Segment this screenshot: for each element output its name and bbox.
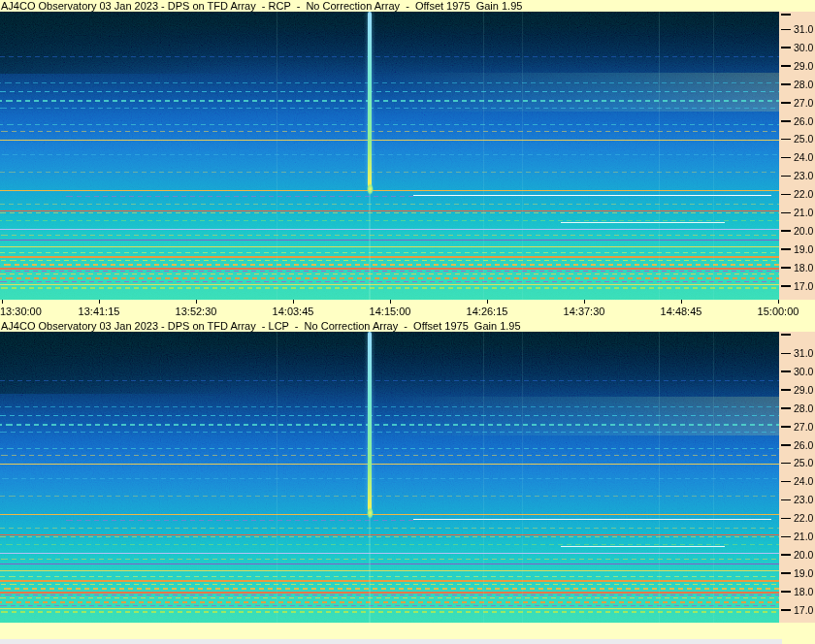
freq-tick-label: 26.0 — [794, 115, 813, 126]
vertical-artifact-line — [522, 12, 523, 300]
freq-tick-label: 30.0 — [794, 366, 813, 376]
rfi-line — [0, 424, 779, 426]
rfi-line — [0, 210, 779, 211]
vertical-artifact-line — [277, 12, 277, 300]
freq-tick-label: 27.0 — [794, 97, 813, 108]
window-edge-strip — [0, 639, 782, 644]
freq-tick-label: 24.0 — [794, 152, 813, 163]
freq-tick-label: 22.0 — [794, 189, 813, 200]
time-tick-label: 14:37:30 — [564, 306, 605, 317]
freq-tick-label: 24.0 — [794, 476, 813, 487]
rfi-line — [0, 448, 779, 449]
rfi-line — [0, 553, 779, 554]
freq-tick — [781, 139, 791, 141]
rcp-plot-row: 31.030.029.028.027.026.025.024.023.022.0… — [0, 12, 815, 300]
freq-tick-label: 29.0 — [794, 384, 813, 395]
time-tick — [2, 300, 3, 304]
rfi-line — [0, 264, 779, 266]
freq-tick — [781, 65, 791, 67]
vertical-artifact-line — [659, 332, 660, 623]
time-tick — [681, 300, 682, 304]
rfi-line — [0, 204, 779, 205]
freq-tick-label: 27.0 — [794, 421, 813, 432]
lcp-panel-title: AJ4CO Observatory 03 Jan 2023 - DPS on T… — [0, 320, 815, 332]
freq-tick — [781, 499, 791, 501]
rfi-line — [62, 520, 412, 521]
rfi-line — [0, 380, 779, 381]
time-tick — [778, 300, 779, 304]
rfi-line — [0, 260, 779, 261]
rfi-line — [0, 570, 779, 571]
rfi-line — [0, 464, 779, 465]
freq-tick-label: 21.0 — [794, 208, 813, 218]
time-tick-label: 13:30:00 — [0, 306, 42, 317]
freq-tick-label: 18.0 — [794, 586, 813, 596]
rfi-line — [0, 580, 779, 582]
rfi-line — [0, 108, 779, 109]
time-tick-label: 14:26:15 — [467, 306, 508, 317]
time-tick-label: 14:48:45 — [661, 306, 702, 317]
time-tick — [293, 300, 294, 304]
lcp-time-bar — [0, 623, 815, 644]
freq-tick-label: 31.0 — [794, 24, 813, 35]
rfi-line — [0, 220, 779, 221]
freq-tick — [781, 518, 791, 520]
rfi-line — [0, 281, 779, 282]
rfi-line — [0, 534, 779, 535]
time-tick-label: 15:00:00 — [758, 306, 799, 317]
rfi-line — [0, 564, 779, 564]
freq-tick — [781, 29, 791, 31]
freq-tick-label: 25.0 — [794, 134, 813, 145]
vertical-artifact-line — [522, 332, 523, 623]
rfi-line — [0, 514, 779, 515]
rfi-line — [0, 274, 779, 274]
freq-tick — [781, 444, 791, 446]
freq-tick — [781, 230, 791, 232]
freq-tick-label: 17.0 — [794, 604, 813, 615]
freq-tick-label: 28.0 — [794, 402, 813, 413]
freq-tick — [781, 102, 791, 104]
rfi-line — [0, 268, 779, 270]
freq-tick-label: 25.0 — [794, 458, 813, 468]
freq-tick — [781, 370, 791, 372]
time-tick-label: 14:03:45 — [273, 306, 314, 317]
rcp-panel-title: AJ4CO Observatory 03 Jan 2023 - DPS on T… — [0, 0, 815, 12]
rfi-line — [0, 592, 779, 594]
freq-tick — [781, 267, 791, 269]
freq-tick — [781, 120, 791, 122]
rfi-line — [0, 595, 779, 596]
rfi-line — [0, 100, 779, 102]
rfi-line — [0, 605, 779, 606]
time-tick-label: 14:15:00 — [370, 306, 411, 317]
rfi-line — [0, 432, 779, 433]
rfi-line — [0, 252, 779, 253]
time-tick — [99, 300, 100, 304]
rfi-line — [0, 536, 779, 537]
freq-tick-label: 23.0 — [794, 171, 813, 181]
freq-tick — [781, 47, 791, 48]
rfi-line — [0, 271, 779, 272]
rfi-line — [0, 124, 779, 125]
vertical-artifact-line — [483, 12, 484, 300]
streak-tip-blob — [367, 507, 374, 519]
vertical-streak-event — [368, 12, 372, 187]
freq-tick-label: 19.0 — [794, 243, 813, 254]
rfi-line — [0, 597, 779, 598]
vertical-artifact-line — [713, 332, 714, 623]
streak-faint-tail — [369, 517, 371, 623]
freq-tick-label: 26.0 — [794, 439, 813, 450]
rfi-line — [0, 611, 779, 613]
freq-tick-label: 20.0 — [794, 225, 813, 236]
rfi-line — [0, 576, 779, 577]
freq-tick — [781, 609, 791, 611]
time-tick — [390, 300, 391, 304]
time-tick — [487, 300, 488, 304]
time-tick-label: 13:52:30 — [176, 306, 217, 317]
rfi-line — [0, 131, 779, 132]
freq-tick — [781, 389, 791, 391]
rfi-line — [0, 172, 779, 173]
freq-tick — [781, 536, 791, 538]
rfi-line — [0, 559, 779, 560]
freq-tick-label: 19.0 — [794, 567, 813, 578]
freq-tick — [781, 83, 791, 85]
